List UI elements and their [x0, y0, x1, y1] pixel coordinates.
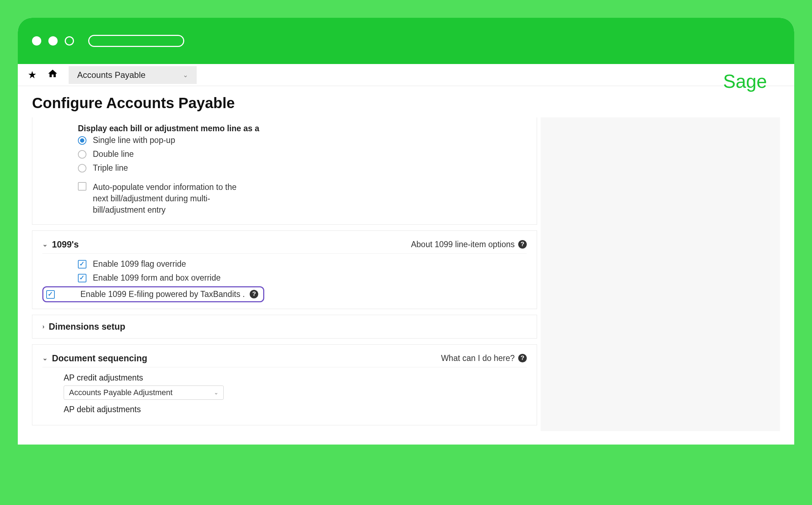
section-title: Document sequencing	[52, 353, 147, 363]
checkbox-1099-form-box-override[interactable]: Enable 1099 form and box override	[42, 271, 527, 285]
main-area: Display each bill or adjustment memo lin…	[18, 117, 794, 431]
display-options-panel: Display each bill or adjustment memo lin…	[32, 117, 537, 225]
radio-double-line[interactable]: Double line	[42, 147, 527, 161]
chevron-right-icon: ›	[42, 323, 44, 330]
svg-text:Sage: Sage	[723, 71, 767, 92]
help-text: About 1099 line-item options	[411, 240, 515, 249]
radio-icon	[78, 150, 86, 159]
section-docseq-header[interactable]: ⌄ Document sequencing What can I do here…	[42, 351, 527, 367]
radio-single-line[interactable]: Single line with pop-up	[42, 133, 527, 147]
window-dot-close[interactable]	[32, 36, 41, 46]
chevron-down-icon: ⌄	[42, 354, 48, 362]
section-document-sequencing: ⌄ Document sequencing What can I do here…	[32, 344, 537, 425]
radio-label: Single line with pop-up	[93, 135, 175, 145]
help-icon: ?	[518, 240, 527, 249]
section-1099-header[interactable]: ⌄ 1099's About 1099 line-item options ?	[42, 237, 527, 254]
section-1099: ⌄ 1099's About 1099 line-item options ? …	[32, 230, 537, 309]
checkbox-auto-populate[interactable]: Auto-populate vendor information to the …	[42, 175, 527, 218]
help-icon: ?	[518, 354, 527, 362]
window-dots	[32, 36, 74, 46]
select-ap-credit[interactable]: Accounts Payable Adjustment ⌄	[64, 386, 224, 400]
field-label: AP debit adjustments	[64, 405, 527, 417]
url-bar[interactable]	[88, 35, 184, 47]
sage-logo: Sage	[723, 68, 780, 105]
radio-icon	[78, 136, 86, 145]
section-title: 1099's	[52, 239, 79, 250]
chevron-down-icon: ⌄	[42, 240, 48, 248]
radio-icon	[78, 164, 86, 172]
star-icon[interactable]: ★	[28, 69, 37, 81]
section-dimensions: › Dimensions setup	[32, 315, 537, 339]
checkbox-label: Enable 1099 flag override	[93, 259, 186, 269]
radio-label: Triple line	[93, 163, 128, 173]
module-label: Accounts Payable	[77, 70, 145, 80]
browser-window: ★ Accounts Payable ⌄ Sage Configure Acco…	[18, 18, 794, 445]
field-label: AP credit adjustments	[64, 373, 527, 386]
section-1099-help[interactable]: About 1099 line-item options ?	[411, 240, 527, 249]
radio-label: Double line	[93, 149, 134, 159]
section-title: Dimensions setup	[49, 321, 125, 332]
window-dot-min[interactable]	[48, 36, 58, 46]
checkbox-icon	[78, 182, 86, 191]
chevron-down-icon: ⌄	[214, 389, 218, 396]
display-group-label: Display each bill or adjustment memo lin…	[42, 124, 527, 133]
page-title: Configure Accounts Payable	[18, 86, 794, 117]
section-dimensions-header[interactable]: › Dimensions setup	[42, 321, 527, 332]
help-icon[interactable]: ?	[250, 290, 258, 298]
checkbox-icon	[46, 290, 55, 299]
checkbox-icon	[78, 274, 86, 282]
topbar: ★ Accounts Payable ⌄	[18, 64, 794, 86]
checkbox-label: Enable 1099 form and box override	[93, 273, 221, 283]
select-value: Accounts Payable Adjustment	[69, 388, 173, 397]
browser-chrome	[18, 18, 794, 64]
help-text: What can I do here?	[441, 354, 515, 363]
side-panel	[541, 117, 780, 431]
field-ap-credit: AP credit adjustments Accounts Payable A…	[42, 367, 527, 401]
check-list-1099: Enable 1099 flag override Enable 1099 fo…	[42, 254, 527, 302]
module-dropdown[interactable]: Accounts Payable ⌄	[69, 66, 197, 84]
chevron-down-icon: ⌄	[183, 71, 188, 79]
field-ap-debit: AP debit adjustments	[42, 401, 527, 419]
checkbox-1099-flag-override[interactable]: Enable 1099 flag override	[42, 257, 527, 271]
panel-column: Display each bill or adjustment memo lin…	[32, 117, 537, 431]
window-dot-max[interactable]	[65, 36, 74, 46]
checkbox-icon	[78, 260, 86, 269]
radio-triple-line[interactable]: Triple line	[42, 161, 527, 175]
checkbox-1099-efiling-highlighted[interactable]: Enable 1099 E-filing powered by TaxBandi…	[42, 286, 264, 302]
checkbox-label: Enable 1099 E-filing powered by TaxBandi…	[80, 289, 245, 299]
app-content: ★ Accounts Payable ⌄ Sage Configure Acco…	[18, 64, 794, 431]
checkbox-label: Auto-populate vendor information to the …	[93, 181, 246, 216]
section-docseq-help[interactable]: What can I do here? ?	[441, 354, 527, 363]
home-icon[interactable]	[47, 68, 58, 81]
